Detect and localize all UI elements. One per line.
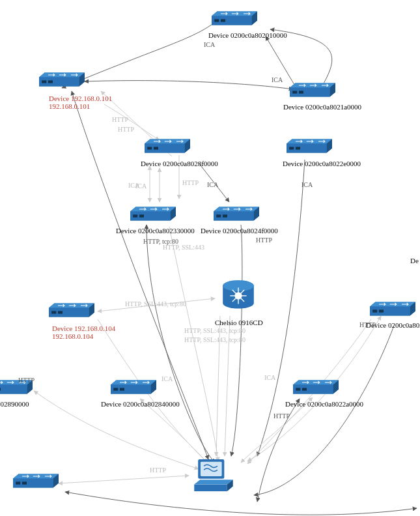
node-label: De xyxy=(410,257,419,265)
connection-line xyxy=(169,227,218,461)
protocol-label: HTTP xyxy=(359,321,376,328)
switch-icon xyxy=(290,81,335,99)
switch-icon xyxy=(214,205,259,223)
switch-icon xyxy=(13,472,59,490)
protocol-label: HTTP xyxy=(182,179,199,186)
svg-rect-76 xyxy=(120,388,124,390)
protocol-label: HTTP, SSL:443, tcp:80 xyxy=(184,327,245,334)
node-n_103[interactable] xyxy=(13,472,59,490)
svg-rect-5 xyxy=(221,19,225,22)
node-label: Device 0200c0a802840000 xyxy=(101,400,180,408)
connection-line xyxy=(85,81,293,89)
svg-rect-40 xyxy=(216,214,221,217)
node-n_pc[interactable] xyxy=(194,457,233,493)
node-n_8021a[interactable] xyxy=(290,81,335,99)
protocol-label: HTTP xyxy=(118,126,134,133)
switch-icon xyxy=(49,301,94,319)
svg-rect-63 xyxy=(372,309,377,312)
connection-line xyxy=(65,492,417,515)
workstation-icon xyxy=(194,457,233,493)
svg-rect-75 xyxy=(113,388,118,390)
protocol-label: ICA xyxy=(135,182,147,190)
svg-rect-82 xyxy=(302,388,307,390)
protocol-label: ICA xyxy=(204,41,215,48)
connection-line xyxy=(147,225,215,463)
node-label: Device 0200c0a802330000 xyxy=(116,227,195,235)
router-icon xyxy=(220,278,257,314)
network-diagram: Device 0200c0a802010000 Device 192.168.0… xyxy=(0,0,420,516)
node-label: Device 192.168.0.101 xyxy=(49,94,112,102)
node-label: Device 0200c0a8022e0000 xyxy=(283,160,361,167)
switch-icon xyxy=(111,378,156,396)
svg-rect-29 xyxy=(296,147,300,149)
protocol-label: HTTP, SSL:443, tcp:80 xyxy=(184,336,245,343)
svg-rect-70 xyxy=(0,388,1,390)
node-n_104[interactable] xyxy=(49,301,94,319)
node-n_80233[interactable] xyxy=(130,205,176,223)
switch-icon xyxy=(370,300,415,318)
node-sublabel: 192.168.0.101 xyxy=(49,102,90,110)
switch-icon xyxy=(39,70,85,89)
protocol-label: HTTP xyxy=(256,236,272,244)
switch-icon xyxy=(287,137,332,155)
protocol-label: HTTP, SSL:443, tcp:80 xyxy=(125,300,186,308)
svg-rect-81 xyxy=(296,388,300,390)
node-n_8022a[interactable] xyxy=(293,378,339,396)
node-label: Device 0200c0a8021a0000 xyxy=(283,103,361,111)
protocol-label: HTTP xyxy=(150,466,166,474)
svg-rect-47 xyxy=(58,311,63,313)
svg-rect-23 xyxy=(154,147,158,149)
svg-rect-87 xyxy=(16,481,20,484)
node-label: 802890000 xyxy=(0,400,29,408)
connection-line xyxy=(59,476,189,483)
protocol-label: HTTP xyxy=(273,412,290,420)
node-n_8027a[interactable] xyxy=(370,300,415,318)
protocol-label: HTTP xyxy=(18,377,35,384)
svg-rect-64 xyxy=(379,309,384,312)
svg-rect-90 xyxy=(201,462,222,476)
node-n_chelsio[interactable] xyxy=(220,278,257,314)
switch-icon xyxy=(293,378,339,396)
switch-icon xyxy=(130,205,176,223)
node-n_8028f[interactable] xyxy=(145,137,190,155)
svg-rect-16 xyxy=(292,91,297,93)
protocol-label: ICA xyxy=(264,374,275,381)
node-n_80284[interactable] xyxy=(111,378,156,396)
node-label: Chelsio 0916CD xyxy=(215,319,263,326)
svg-rect-22 xyxy=(147,147,152,149)
node-label: Device 0200c0a8028f0000 xyxy=(141,160,218,167)
svg-rect-35 xyxy=(139,214,144,217)
svg-rect-17 xyxy=(299,91,303,93)
svg-marker-91 xyxy=(194,480,232,484)
svg-rect-68 xyxy=(0,385,27,394)
svg-rect-10 xyxy=(42,80,46,83)
node-sublabel: 192.168.0.104 xyxy=(52,332,93,340)
svg-rect-88 xyxy=(22,481,27,484)
svg-rect-41 xyxy=(223,214,227,217)
svg-rect-34 xyxy=(133,214,137,217)
protocol-label: HTTP, SSL:443 xyxy=(163,244,204,251)
svg-rect-4 xyxy=(214,19,219,22)
node-n_8022e[interactable] xyxy=(287,137,332,155)
connection-line xyxy=(140,399,208,464)
node-label: Device 0200c0a802010000 xyxy=(208,31,287,39)
node-label: Device 0200c0a8022a0000 xyxy=(285,400,363,408)
protocol-label: ICA xyxy=(301,181,313,188)
node-label: Device 0200c0a8024f0000 xyxy=(201,227,278,235)
node-n_101[interactable] xyxy=(39,70,85,89)
node-n_8024f[interactable] xyxy=(214,205,259,223)
svg-rect-11 xyxy=(48,80,53,83)
protocol-label: HTTP xyxy=(112,116,128,123)
switch-icon xyxy=(145,137,190,155)
svg-rect-28 xyxy=(289,147,294,149)
protocol-label: ICA xyxy=(272,76,283,83)
node-n_top[interactable] xyxy=(212,9,257,27)
connection-line xyxy=(62,20,218,88)
svg-rect-46 xyxy=(51,311,56,313)
protocol-label: ICA xyxy=(207,181,218,188)
svg-rect-92 xyxy=(194,485,227,491)
node-label: Device 192.168.0.104 xyxy=(52,324,115,332)
switch-icon xyxy=(212,9,257,27)
connection-line xyxy=(254,326,394,495)
protocol-label: ICA xyxy=(161,375,173,382)
